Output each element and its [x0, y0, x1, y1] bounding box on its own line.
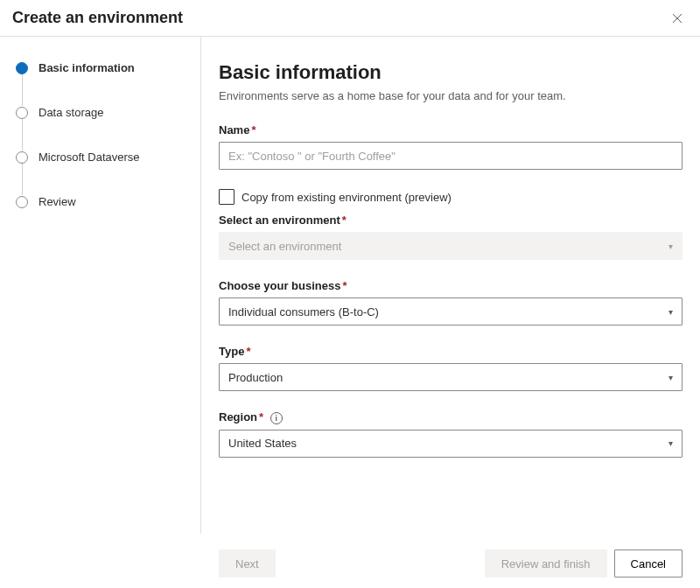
select-environment-dropdown: Select an environment ▾	[219, 232, 682, 260]
copy-existing-label[interactable]: Copy from existing environment (preview)	[242, 191, 452, 204]
select-environment-label: Select an environment*	[219, 214, 682, 227]
close-button[interactable]	[668, 10, 686, 27]
business-value: Individual consumers (B-to-C)	[228, 305, 379, 318]
select-environment-value: Select an environment	[228, 240, 341, 253]
step-label: Data storage	[38, 106, 103, 119]
name-input[interactable]	[219, 142, 682, 170]
region-dropdown[interactable]: United States ▾	[219, 430, 682, 458]
business-dropdown[interactable]: Individual consumers (B-to-C) ▾	[219, 298, 682, 326]
region-label: Region* i	[219, 410, 682, 424]
wizard-steps: Basic information Data storage Microsoft…	[0, 37, 201, 534]
step-label: Basic information	[38, 61, 135, 74]
close-icon	[672, 13, 682, 24]
chevron-down-icon: ▾	[668, 438, 673, 448]
chevron-down-icon: ▾	[668, 373, 673, 382]
cancel-button[interactable]: Cancel	[614, 550, 682, 578]
page-heading: Basic information	[219, 61, 682, 84]
type-value: Production	[228, 371, 283, 384]
step-data-storage[interactable]: Data storage	[16, 106, 192, 150]
step-marker-icon	[16, 196, 28, 208]
step-marker-icon	[16, 62, 28, 74]
chevron-down-icon: ▾	[668, 307, 673, 317]
review-and-finish-button: Review and finish	[485, 550, 607, 578]
step-label: Review	[38, 195, 76, 208]
dialog-title: Create an environment	[12, 9, 183, 27]
step-microsoft-dataverse[interactable]: Microsoft Dataverse	[16, 150, 192, 195]
info-icon[interactable]: i	[270, 412, 283, 424]
business-label: Choose your business*	[219, 279, 682, 292]
page-subtitle: Environments serve as a home base for yo…	[219, 89, 682, 102]
copy-existing-checkbox[interactable]	[219, 189, 234, 205]
step-marker-icon	[16, 151, 28, 164]
step-review[interactable]: Review	[16, 195, 192, 208]
chevron-down-icon: ▾	[668, 242, 673, 251]
step-label: Microsoft Dataverse	[38, 150, 140, 164]
type-dropdown[interactable]: Production ▾	[219, 363, 682, 391]
step-basic-information[interactable]: Basic information	[16, 61, 192, 106]
next-button: Next	[219, 550, 276, 578]
type-label: Type*	[219, 345, 682, 358]
name-label: Name*	[219, 123, 682, 136]
region-value: United States	[228, 437, 297, 450]
step-marker-icon	[16, 107, 28, 119]
